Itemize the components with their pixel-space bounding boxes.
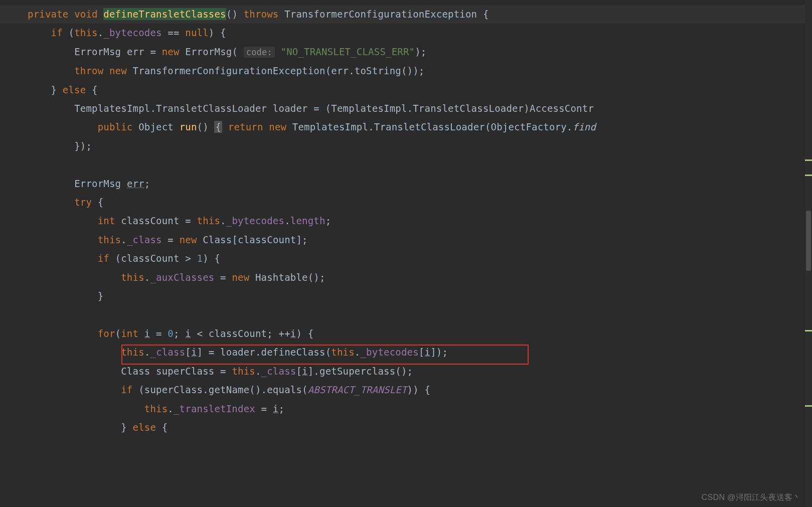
keyword-void: void [74, 9, 98, 20]
method-run: run [180, 121, 197, 132]
watermark-text: CSDN @浔阳江头夜送客丶 [702, 492, 801, 503]
keyword-if: if [51, 27, 63, 38]
method-find: find [573, 121, 596, 132]
constant-abstract-translet: ABSTRACT_TRANSLET [308, 384, 407, 395]
type-objectfactory: ObjectFactory [491, 121, 567, 132]
keyword-this: this [74, 27, 98, 38]
keyword-else: else [63, 84, 86, 95]
field-auxclasses: _auxClasses [150, 272, 214, 283]
scrollbar-mark [805, 159, 812, 161]
type-errormsg: ErrorMsg [74, 46, 121, 57]
number-literal-1: 1 [197, 253, 203, 264]
keyword-int: int [98, 215, 115, 226]
var-classcount: classCount [121, 215, 179, 226]
brace-highlight: { [214, 121, 222, 133]
keyword-public: public [98, 121, 133, 132]
field-class: _class [127, 234, 162, 245]
keyword-throws: throws [244, 9, 279, 20]
type-class: Class [203, 234, 232, 245]
var-err: err [127, 46, 144, 57]
keyword-throw: throw [74, 65, 103, 76]
number-literal-0: 0 [168, 328, 174, 339]
scrollbar-mark [805, 405, 812, 407]
keyword-for: for [98, 328, 115, 339]
type-object: Object [138, 121, 174, 132]
scrollbar-mark [805, 330, 812, 331]
type-templatesimpl: TemplatesImpl [74, 103, 150, 114]
type-accesscontr: AccessContr [530, 103, 594, 114]
type-hashtable: Hashtable [255, 272, 308, 283]
keyword-try: try [74, 197, 92, 208]
method-name: defineTransletClasses [103, 8, 226, 20]
keyword-return: return [228, 121, 263, 132]
keyword-null: null [185, 27, 209, 38]
string-literal: "NO_TRANSLET_CLASS_ERR" [281, 46, 415, 57]
code-area[interactable]: private void defineTransletClasses() thr… [0, 5, 812, 437]
var-superclass: superClass [156, 366, 214, 377]
method-getname: getName [209, 384, 249, 395]
method-equals: equals [267, 384, 302, 395]
method-defineclass: defineClass [261, 347, 326, 358]
code-editor[interactable]: private void defineTransletClasses() thr… [0, 0, 812, 507]
type-transletclassloader: TransletClassLoader [156, 103, 267, 114]
method-tostring: toString [355, 65, 401, 76]
scrollbar-mark [805, 175, 812, 176]
scrollbar-thumb[interactable] [806, 211, 811, 271]
param-hint-code: code: [244, 47, 275, 58]
keyword-private: private [28, 9, 68, 20]
var-err-underlined: err [127, 178, 144, 189]
method-getsuperclass: getSuperclass [319, 366, 395, 377]
var-loader: loader [273, 103, 308, 114]
keyword-new: new [162, 46, 180, 57]
scrollbar-track[interactable] [805, 0, 812, 507]
field-length: length [290, 215, 326, 226]
field-transletindex: _transletIndex [174, 403, 255, 414]
var-i: i [144, 328, 150, 339]
type-exception: TransformerConfigurationException [284, 9, 477, 20]
field-bytecodes: _bytecodes [103, 27, 161, 38]
